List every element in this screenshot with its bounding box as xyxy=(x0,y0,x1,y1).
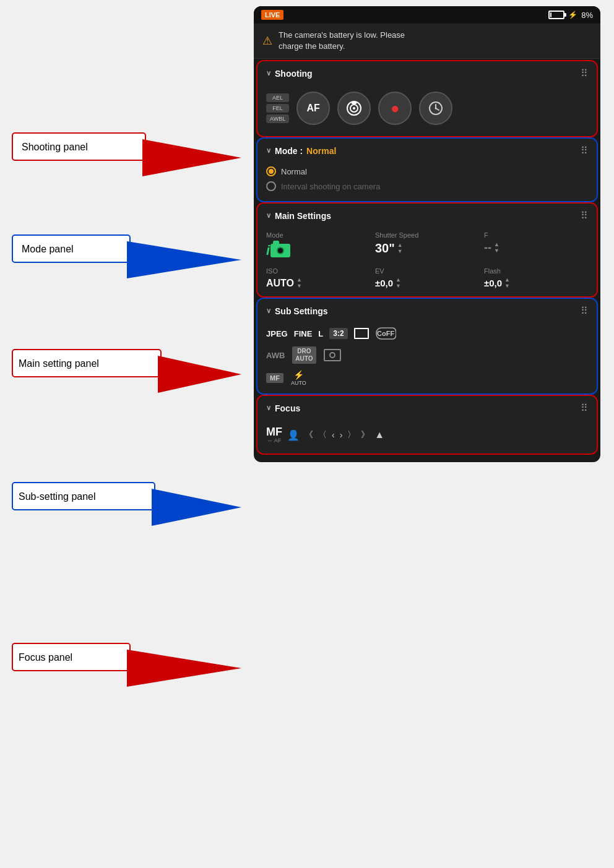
ev-down-arrow[interactable]: ▼ xyxy=(396,283,401,289)
camera-body-icon xyxy=(270,244,290,257)
main-settings-title: ∨ Main Settings xyxy=(266,211,331,221)
record-button[interactable]: ● xyxy=(378,92,412,125)
shutter-down-arrow[interactable]: ▼ xyxy=(397,249,403,254)
f-up-arrow[interactable]: ▲ xyxy=(494,242,499,247)
main-settings-grid-icon: ⠿ xyxy=(581,210,588,221)
mode-normal-option[interactable]: Normal xyxy=(266,166,588,176)
shooting-label-box xyxy=(12,133,145,160)
coff-icon[interactable]: CoFF xyxy=(375,327,396,340)
flash-symbol: ⚡ xyxy=(293,370,304,380)
shutter-up-arrow[interactable]: ▲ xyxy=(397,243,403,248)
shooting-grid-icon: ⠿ xyxy=(581,67,588,79)
timer-button[interactable] xyxy=(419,92,452,125)
shutter-button[interactable] xyxy=(337,92,371,125)
mode-panel: ∨ Mode : Normal ⠿ Normal Interval shooti… xyxy=(257,139,597,201)
ael-button[interactable]: AEL xyxy=(266,93,289,102)
flash-down-arrow[interactable]: ▼ xyxy=(504,283,510,289)
ael-group: AEL FEL AWBL xyxy=(266,93,289,123)
f-col: F -- ▲ ▼ xyxy=(484,231,588,260)
metering-icon[interactable] xyxy=(324,349,341,361)
shooting-panel-header: ∨ Shooting ⠿ xyxy=(257,61,597,84)
main-settings-panel: ∨ Main Settings ⠿ Mode i xyxy=(257,204,597,296)
iso-up-arrow[interactable]: ▲ xyxy=(296,277,302,283)
aspect-box[interactable]: 3:2 xyxy=(329,328,347,339)
camera-lens-icon xyxy=(277,247,284,254)
camera-mode-icon: i xyxy=(266,241,290,260)
svg-rect-3 xyxy=(352,102,357,104)
flash-col: Flash ±0,0 ▲ ▼ xyxy=(484,267,588,289)
focus-panel-content: MF ↔ AF 👤 《 〈 ‹ › 〉 》 ▲ xyxy=(257,419,597,453)
sub-row-3: MF ⚡ AUTO xyxy=(266,370,588,386)
awb-tag[interactable]: AWB xyxy=(266,351,285,360)
fast-fwd-btn[interactable]: 》 xyxy=(361,429,370,440)
focus-chevron: ∨ xyxy=(266,404,271,412)
focus-panel-title: ∨ Focus xyxy=(266,403,300,413)
sub-settings-grid-icon: ⠿ xyxy=(581,305,588,317)
live-badge: LIVE xyxy=(261,10,283,20)
shooting-panel-content: AEL FEL AWBL AF ● xyxy=(257,84,597,136)
shooting-controls: AEL FEL AWBL AF ● xyxy=(266,89,588,129)
main-settings-content: Mode i Shutter Speed 30" xyxy=(257,226,597,296)
page-container: LIVE ⚡ 8% ⚠ The camera's battery is low.… xyxy=(0,0,614,868)
shooting-label-text: Shooting panel xyxy=(22,142,88,152)
focus-controls: MF ↔ AF 👤 《 〈 ‹ › 〉 》 ▲ xyxy=(266,424,588,446)
mode-normal-radio xyxy=(266,166,276,176)
fast-back-btn[interactable]: 《 xyxy=(305,429,313,440)
battery-warning: ⚠ The camera's battery is low. Please ch… xyxy=(254,24,600,59)
coff-svg: CoFF xyxy=(375,327,396,340)
slow-fwd-btn[interactable]: 〉 xyxy=(347,429,356,440)
main-label-text: Main setting panel xyxy=(19,358,99,369)
sub-arrow xyxy=(152,489,241,526)
focus-panel: ∨ Focus ⠿ MF ↔ AF 👤 《 〈 ‹ › 〉 》 xyxy=(257,396,597,453)
step-fwd-btn[interactable]: › xyxy=(340,430,343,440)
iso-down-arrow[interactable]: ▼ xyxy=(296,283,302,289)
focus-grid-icon: ⠿ xyxy=(581,402,588,414)
main-settings-chevron: ∨ xyxy=(266,212,271,220)
jpeg-tag[interactable]: JPEG xyxy=(266,329,288,338)
sub-settings-header: ∨ Sub Settings ⠿ xyxy=(257,299,597,322)
mode-panel-content: Normal Interval shooting on camera xyxy=(257,161,597,201)
flash-arrows: ▲ ▼ xyxy=(504,277,510,289)
mf-focus[interactable]: MF ↔ AF xyxy=(266,426,282,444)
f-down-arrow[interactable]: ▼ xyxy=(494,248,499,254)
mode-label-text: Mode panel xyxy=(22,244,74,254)
slow-back-btn[interactable]: 〈 xyxy=(318,429,327,440)
shutter-arrows: ▲ ▼ xyxy=(397,243,403,254)
sub-label-box xyxy=(12,483,155,510)
mode-panel-header: ∨ Mode : Normal ⠿ xyxy=(257,139,597,161)
iso-col: ISO AUTO ▲ ▼ xyxy=(266,267,370,289)
shutter-col: Shutter Speed 30" ▲ ▼ xyxy=(375,231,479,260)
sub-settings-content: JPEG FINE L 3:2 CoFF xyxy=(257,322,597,393)
ev-up-arrow[interactable]: ▲ xyxy=(396,277,401,283)
mode-interval-radio xyxy=(266,181,276,191)
fel-button[interactable]: FEL xyxy=(266,104,289,113)
iso-value-row: AUTO ▲ ▼ xyxy=(266,277,302,289)
size-tag[interactable]: L xyxy=(318,329,323,338)
f-arrows: ▲ ▼ xyxy=(494,242,499,254)
step-back-btn[interactable]: ‹ xyxy=(332,430,335,440)
svg-point-5 xyxy=(435,108,437,110)
mf-box[interactable]: MF xyxy=(266,373,283,383)
flash-up-arrow[interactable]: ▲ xyxy=(504,277,510,283)
ev-col: EV ±0,0 ▲ ▼ xyxy=(375,267,479,289)
af-button[interactable]: AF xyxy=(296,92,330,125)
sub-settings-title: ∨ Sub Settings xyxy=(266,306,328,316)
app-area: LIVE ⚡ 8% ⚠ The camera's battery is low.… xyxy=(254,6,600,462)
shooting-panel: ∨ Shooting ⠿ AEL FEL AWBL AF xyxy=(257,61,597,136)
dro-box[interactable]: DRO AUTO xyxy=(292,346,316,364)
mode-interval-option[interactable]: Interval shooting on camera xyxy=(266,181,588,191)
flash-auto[interactable]: ⚡ AUTO xyxy=(291,370,306,386)
mode-options: Normal Interval shooting on camera xyxy=(266,166,588,194)
person-icon[interactable]: 👤 xyxy=(287,429,300,441)
awbl-button[interactable]: AWBL xyxy=(266,114,289,123)
shooting-arrow xyxy=(142,139,241,176)
main-label-box xyxy=(12,350,161,377)
mode-col: Mode i xyxy=(266,231,370,260)
shooting-chevron: ∨ xyxy=(266,69,271,77)
warning-icon: ⚠ xyxy=(262,34,272,48)
rect-icon[interactable] xyxy=(354,328,369,339)
fine-tag[interactable]: FINE xyxy=(294,329,313,338)
timer-icon xyxy=(428,100,444,116)
mountain-icon[interactable]: ▲ xyxy=(374,429,384,440)
warning-text: The camera's battery is low. Please char… xyxy=(279,30,405,52)
